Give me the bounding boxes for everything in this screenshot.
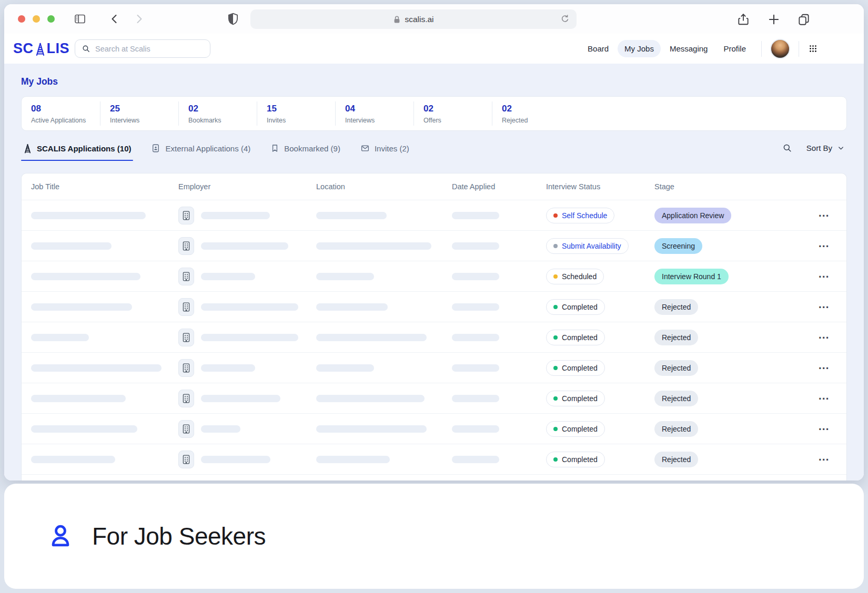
employer-placeholder <box>201 273 255 280</box>
row-menu-button[interactable] <box>815 208 833 223</box>
person-icon <box>48 523 73 549</box>
date-applied-placeholder <box>452 364 499 372</box>
lock-icon <box>393 15 401 24</box>
row-menu-button[interactable] <box>815 421 833 437</box>
search-icon <box>82 44 90 53</box>
column-interview-status: Interview Status <box>546 182 654 191</box>
table-row[interactable]: CompletedRejected <box>22 291 846 322</box>
tab-label: Invites (2) <box>375 144 409 153</box>
sort-by-label: Sort By <box>806 144 832 152</box>
user-avatar[interactable] <box>770 39 790 59</box>
row-menu-button[interactable] <box>815 391 833 406</box>
tab-label: SCALIS Applications (10) <box>37 144 131 153</box>
stat-label: Offers <box>423 117 492 124</box>
stat-value: 15 <box>267 104 335 114</box>
status-dot <box>553 213 558 218</box>
browser-chrome: scalis.ai <box>4 4 864 34</box>
tab-external-applications[interactable]: External Applications (4) <box>149 142 253 160</box>
shield-icon[interactable] <box>226 12 240 26</box>
stage-cell: Rejected <box>654 360 815 376</box>
table-row[interactable]: Self ScheduleApplication Review <box>22 200 846 230</box>
job-title-placeholder <box>31 212 146 219</box>
envelope-icon <box>360 144 370 153</box>
row-menu-button[interactable] <box>815 360 833 376</box>
tabs-row: SCALIS Applications (10) External Applic… <box>21 142 847 163</box>
status-dot <box>553 244 558 248</box>
refresh-icon[interactable] <box>560 14 570 24</box>
interview-status-badge[interactable]: Self Schedule <box>546 208 614 223</box>
status-dot <box>553 274 558 279</box>
row-menu-button[interactable] <box>815 299 833 315</box>
interview-status-badge[interactable]: Submit Availability <box>546 238 629 254</box>
nav-messaging[interactable]: Messaging <box>663 40 715 57</box>
table-row[interactable]: Submit AvailabilityScreening <box>22 230 846 261</box>
employer-cell <box>178 329 316 346</box>
stage-badge: Screening <box>654 238 702 254</box>
status-label: Completed <box>562 455 598 464</box>
share-icon[interactable] <box>736 13 750 26</box>
stat-label: Interviews <box>345 117 413 124</box>
address-bar[interactable]: scalis.ai <box>250 9 577 29</box>
interview-status-badge[interactable]: Completed <box>546 299 605 315</box>
nav-profile[interactable]: Profile <box>716 40 753 57</box>
job-title-placeholder <box>31 425 137 433</box>
interview-status-badge[interactable]: Completed <box>546 391 605 406</box>
building-icon <box>178 359 194 377</box>
employer-cell <box>178 359 316 377</box>
scalis-logo[interactable]: SC LIS <box>13 40 69 57</box>
stat-value: 02 <box>188 104 257 114</box>
search-input[interactable]: Search at Scalis <box>75 39 210 58</box>
stage-badge: Interview Round 1 <box>654 269 729 284</box>
interview-status-badge[interactable]: Completed <box>546 421 605 437</box>
table-row[interactable]: CompletedRejected <box>22 413 846 444</box>
table-row[interactable]: ScheduledInterview Round 1 <box>22 261 846 291</box>
table-row[interactable]: CompletedRejected <box>22 383 846 413</box>
column-job-title: Job Title <box>31 182 178 191</box>
employer-placeholder <box>201 425 240 433</box>
table-row[interactable]: CompletedRejected <box>22 352 846 383</box>
back-icon[interactable] <box>108 13 121 25</box>
date-applied-placeholder <box>452 273 499 280</box>
stage-badge: Application Review <box>654 208 731 223</box>
interview-status-cell: Scheduled <box>546 269 654 284</box>
minimize-window-button[interactable] <box>33 15 40 23</box>
row-menu-button[interactable] <box>815 238 833 254</box>
new-tab-icon[interactable] <box>767 13 781 26</box>
employer-cell <box>178 451 316 468</box>
interview-status-cell: Self Schedule <box>546 208 654 223</box>
close-window-button[interactable] <box>18 15 25 23</box>
stage-cell: Rejected <box>654 299 815 315</box>
apps-grid-icon[interactable] <box>809 44 817 53</box>
forward-icon[interactable] <box>133 13 145 25</box>
section-title: For Job Seekers <box>92 522 266 550</box>
interview-status-badge[interactable]: Completed <box>546 360 605 376</box>
job-title-placeholder <box>31 303 132 311</box>
row-menu-button[interactable] <box>815 330 833 345</box>
tab-label: Bookmarked (9) <box>284 144 340 153</box>
table-row[interactable]: CompletedRejected <box>22 444 846 474</box>
interview-status-badge[interactable]: Completed <box>546 452 605 467</box>
sort-by-button[interactable]: Sort By <box>806 144 845 152</box>
status-label: Completed <box>562 303 598 311</box>
tab-bookmarked[interactable]: Bookmarked (9) <box>268 142 342 160</box>
zoom-window-button[interactable] <box>47 15 55 23</box>
nav-my-jobs[interactable]: My Jobs <box>618 40 661 57</box>
interview-status-badge[interactable]: Completed <box>546 330 605 345</box>
sidebar-toggle-icon[interactable] <box>74 13 86 25</box>
building-icon <box>178 390 194 407</box>
table-search-icon[interactable] <box>782 143 792 153</box>
interview-status-badge[interactable]: Scheduled <box>546 269 604 284</box>
table-row[interactable]: CompletedRejected <box>22 322 846 352</box>
tab-scalis-applications[interactable]: SCALIS Applications (10) <box>21 142 133 161</box>
row-menu-button[interactable] <box>815 269 833 284</box>
stage-badge: Rejected <box>654 330 698 345</box>
employer-cell <box>178 237 316 255</box>
nav-board[interactable]: Board <box>581 40 615 57</box>
app-header: SC LIS Search at Scalis <box>4 34 864 64</box>
tab-overview-icon[interactable] <box>797 13 811 26</box>
location-placeholder <box>316 273 374 280</box>
table-row[interactable]: CompletedRejected <box>22 474 846 480</box>
row-menu-button[interactable] <box>815 452 833 467</box>
tab-invites[interactable]: Invites (2) <box>358 142 411 160</box>
location-placeholder <box>316 456 390 463</box>
